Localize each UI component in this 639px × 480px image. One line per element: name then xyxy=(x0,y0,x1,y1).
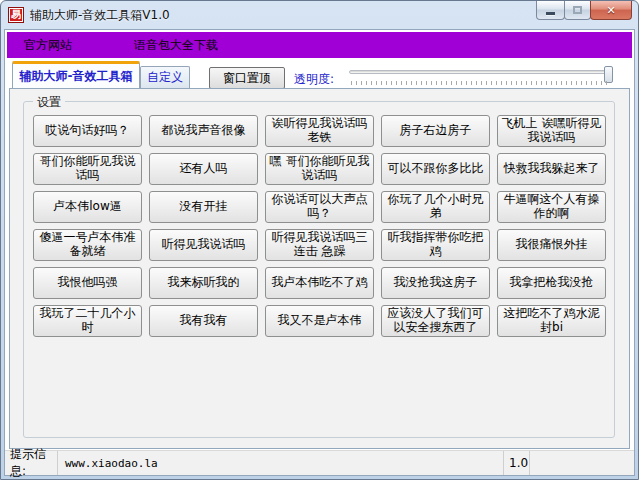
settings-groupbox: 设置 哎说句话好吗？都说我声音很像诶听得见我说话吗 老铁房子右边房子飞机上 诶嘿… xyxy=(23,101,615,438)
sound-button[interactable]: 飞机上 诶嘿听得见我说话吗 xyxy=(497,115,606,147)
sound-button[interactable]: 没有开挂 xyxy=(149,191,258,223)
menu-item-voicepack-download[interactable]: 语音包大全下载 xyxy=(134,37,218,54)
app-icon: 易 xyxy=(8,7,24,23)
opacity-slider[interactable] xyxy=(349,66,613,88)
pin-window-button[interactable]: 窗口置顶 xyxy=(209,67,285,89)
opacity-slider-ticks xyxy=(351,81,611,85)
sound-button[interactable]: 我恨他吗强 xyxy=(33,267,142,299)
opacity-label: 透明度: xyxy=(294,71,334,88)
sound-button[interactable]: 房子右边房子 xyxy=(381,115,490,147)
sound-button[interactable]: 听得见我说话吗三连击 急躁 xyxy=(265,229,374,261)
status-info-label: 提示信息: xyxy=(5,451,58,475)
minimize-icon xyxy=(546,12,555,15)
settings-groupbox-title: 设置 xyxy=(33,94,65,111)
sound-button[interactable]: 我没抢我这房子 xyxy=(381,267,490,299)
sound-button[interactable]: 你说话可以大声点吗？ xyxy=(265,191,374,223)
sound-button[interactable]: 我又不是卢本伟 xyxy=(265,305,374,337)
app-window: 易 辅助大师-音效工具箱V1.0 ✕ 官方网站 语音包大全下载 辅助大师-音效工… xyxy=(0,0,639,480)
sound-button[interactable]: 我拿把枪我没抢 xyxy=(497,267,606,299)
sound-button[interactable]: 傻逼一号卢本伟准备就绪 xyxy=(33,229,142,261)
sound-button[interactable]: 牛逼啊这个人有操作的啊 xyxy=(497,191,606,223)
tab-page-sound-toolbox: 设置 哎说句话好吗？都说我声音很像诶听得见我说话吗 老铁房子右边房子飞机上 诶嘿… xyxy=(9,88,630,449)
sound-button[interactable]: 哎说句话好吗？ xyxy=(33,115,142,147)
sound-button-grid: 哎说句话好吗？都说我声音很像诶听得见我说话吗 老铁房子右边房子飞机上 诶嘿听得见… xyxy=(33,115,606,337)
status-website-text: www.xiaodao.la xyxy=(58,451,504,475)
sound-button[interactable]: 嘿 哥们你能听见我说话吗 xyxy=(265,153,374,185)
window-controls: ✕ xyxy=(537,1,632,20)
window-title: 辅助大师-音效工具箱V1.0 xyxy=(30,7,170,24)
sound-button[interactable]: 我玩了二十几个小时 xyxy=(33,305,142,337)
status-version-text: 1.0 xyxy=(504,451,530,475)
close-button[interactable]: ✕ xyxy=(590,1,632,20)
menu-bar: 官方网站 语音包大全下载 xyxy=(7,32,632,58)
title-bar[interactable]: 易 辅助大师-音效工具箱V1.0 ✕ xyxy=(1,1,638,29)
sound-button[interactable]: 听我指挥带你吃把鸡 xyxy=(381,229,490,261)
sound-button[interactable]: 可以不跟你多比比 xyxy=(381,153,490,185)
close-icon: ✕ xyxy=(606,4,615,17)
sound-button[interactable]: 都说我声音很像 xyxy=(149,115,258,147)
sound-button[interactable]: 还有人吗 xyxy=(149,153,258,185)
sound-button[interactable]: 我卢本伟吃不了鸡 xyxy=(265,267,374,299)
sound-button[interactable]: 快救我我躲起来了 xyxy=(497,153,606,185)
tab-sound-toolbox[interactable]: 辅助大师-音效工具箱 xyxy=(12,61,140,88)
menu-item-official-site[interactable]: 官方网站 xyxy=(24,37,72,54)
maximize-button[interactable] xyxy=(564,1,591,20)
client-area: 官方网站 语音包大全下载 辅助大师-音效工具箱 自定义 窗口置顶 透明度: 设置… xyxy=(4,29,635,476)
sound-button[interactable]: 听得见我说话吗 xyxy=(149,229,258,261)
sound-button[interactable]: 我有我有 xyxy=(149,305,258,337)
sound-button[interactable]: 诶听得见我说话吗 老铁 xyxy=(265,115,374,147)
tab-strip: 辅助大师-音效工具箱 自定义 窗口置顶 透明度: xyxy=(5,60,634,88)
opacity-slider-track[interactable] xyxy=(349,70,613,74)
status-bar: 提示信息: www.xiaodao.la 1.0 xyxy=(5,450,634,475)
tab-custom[interactable]: 自定义 xyxy=(140,66,190,88)
sound-button[interactable]: 应该没人了我们可以安全搜东西了 xyxy=(381,305,490,337)
sound-button[interactable]: 卢本伟low逼 xyxy=(33,191,142,223)
minimize-button[interactable] xyxy=(536,1,565,20)
sound-button[interactable]: 我很痛恨外挂 xyxy=(497,229,606,261)
sound-button[interactable]: 这把吃不了鸡水泥封bi xyxy=(497,305,606,337)
sound-button[interactable]: 你玩了几个小时兄弟 xyxy=(381,191,490,223)
maximize-icon xyxy=(573,6,582,14)
sound-button[interactable]: 哥们你能听见我说话吗 xyxy=(33,153,142,185)
status-extra-panel xyxy=(530,451,634,475)
sound-button[interactable]: 我来标听我的 xyxy=(149,267,258,299)
